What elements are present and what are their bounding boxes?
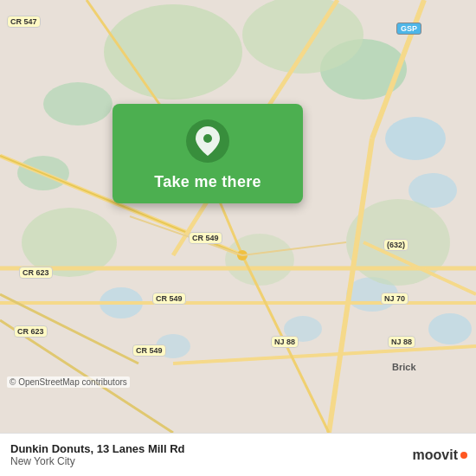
road-badge-cr623b: CR 623 — [14, 325, 48, 338]
road-badge-632: (632) — [383, 239, 408, 251]
take-me-there-button-label: Take me there — [154, 173, 261, 191]
moovit-logo: moovit — [413, 447, 467, 463]
place-name: Dunkin Donuts, 13 Lanes Mill Rd — [10, 442, 185, 455]
place-city: New York City — [10, 455, 185, 467]
map-container: CR 547 CR 623 CR 623 CR 549 CR 549 CR 54… — [0, 0, 476, 433]
svg-point-10 — [428, 313, 472, 344]
svg-point-4 — [43, 82, 113, 125]
moovit-dot-icon — [460, 452, 467, 459]
road-badge-nj88b: NJ 88 — [388, 336, 415, 348]
road-badge-cr549a: CR 549 — [189, 232, 222, 244]
svg-point-2 — [385, 117, 446, 160]
road-badge-cr549c: CR 549 — [132, 344, 166, 357]
bottom-bar: Dunkin Donuts, 13 Lanes Mill Rd New York… — [0, 433, 476, 476]
highway-badge-gsp: GSP — [396, 23, 421, 35]
moovit-text: moovit — [413, 447, 458, 463]
location-pin-icon — [196, 126, 220, 156]
road-badge-nj70: NJ 70 — [381, 293, 408, 305]
svg-point-34 — [203, 134, 212, 143]
road-badge-cr623a: CR 623 — [19, 267, 53, 279]
road-badge-cr549b: CR 549 — [152, 293, 186, 305]
road-badge-nj88a: NJ 88 — [271, 336, 299, 348]
copyright-text: © OpenStreetMap contributors — [7, 376, 130, 388]
place-info: Dunkin Donuts, 13 Lanes Mill Rd New York… — [10, 442, 185, 467]
town-label-brick: Brick — [392, 362, 416, 372]
location-card[interactable]: Take me there — [113, 104, 303, 203]
pin-icon-wrapper — [186, 119, 229, 163]
svg-point-11 — [104, 4, 242, 100]
road-badge-cr547: CR 547 — [7, 16, 41, 28]
